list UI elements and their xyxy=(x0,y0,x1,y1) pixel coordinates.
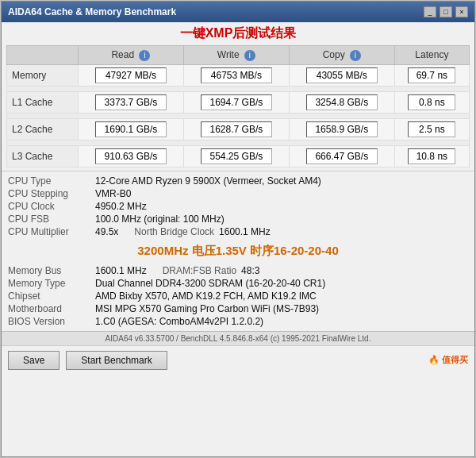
cell-memory-copy: 43055 MB/s xyxy=(289,64,394,86)
cpu-multiplier-value: 49.5x xyxy=(95,226,118,237)
cell-l1-copy: 3254.8 GB/s xyxy=(289,91,394,113)
bios-row: BIOS Version 1.C0 (AGESA: ComboAM4v2PI 1… xyxy=(8,315,468,328)
motherboard-label: Motherboard xyxy=(8,303,95,314)
cell-l1-read: 3373.7 GB/s xyxy=(79,91,184,113)
footer-watermark: 🔥 值得买 xyxy=(428,354,468,366)
minimize-button[interactable]: _ xyxy=(424,6,436,17)
cell-l2-copy: 1658.9 GB/s xyxy=(289,118,394,140)
row-label-l3: L3 Cache xyxy=(7,145,79,167)
copy-info-icon[interactable]: i xyxy=(350,50,361,61)
row-label-l2: L2 Cache xyxy=(7,118,79,140)
cell-l2-read: 1690.1 GB/s xyxy=(79,118,184,140)
dram-fsb-value: 48:3 xyxy=(241,265,468,276)
north-bridge-label: North Bridge Clock xyxy=(134,226,214,237)
memory-highlight-banner: 3200MHz 电压1.35V 时序16-20-20-40 xyxy=(2,241,474,261)
bios-value: 1.C0 (AGESA: ComboAM4v2PI 1.2.0.2) xyxy=(95,316,468,327)
cell-l2-write: 1628.7 GB/s xyxy=(183,118,289,140)
memory-bus-row: Memory Bus 1600.1 MHz DRAM:FSB Ratio 48:… xyxy=(8,264,468,277)
main-window: AIDA64 Cache & Memory Benchmark _ □ × 一键… xyxy=(1,1,475,457)
watermark-text: 🔥 值得买 xyxy=(428,354,468,366)
cpu-clock-row: CPU Clock 4950.2 MHz xyxy=(8,200,468,213)
col-header-empty xyxy=(7,46,79,65)
cpu-multiplier-label: CPU Multiplier xyxy=(8,226,95,237)
save-button[interactable]: Save xyxy=(8,351,60,370)
benchmark-table: Read i Write i Copy i Latency Mem xyxy=(6,45,470,167)
benchmark-section: Read i Write i Copy i Latency Mem xyxy=(2,45,474,167)
cpu-type-label: CPU Type xyxy=(8,175,95,187)
start-benchmark-button[interactable]: Start Benchmark xyxy=(66,351,167,370)
cpu-type-value: 12-Core AMD Ryzen 9 5900X (Vermeer, Sock… xyxy=(95,175,468,187)
memory-bus-label: Memory Bus xyxy=(8,265,95,276)
cpu-type-row: CPU Type 12-Core AMD Ryzen 9 5900X (Verm… xyxy=(8,175,468,187)
memory-info-section: Memory Bus 1600.1 MHz DRAM:FSB Ratio 48:… xyxy=(2,261,474,331)
cell-l3-latency: 10.8 ns xyxy=(394,145,469,167)
motherboard-value: MSI MPG X570 Gaming Pro Carbon WiFi (MS-… xyxy=(95,303,468,314)
cell-l1-latency: 0.8 ns xyxy=(394,91,469,113)
cpu-fsb-row: CPU FSB 100.0 MHz (original: 100 MHz) xyxy=(8,213,468,225)
memory-type-value: Dual Channel DDR4-3200 SDRAM (16-20-20-4… xyxy=(95,278,468,289)
cell-l3-copy: 666.47 GB/s xyxy=(289,145,394,167)
cell-l3-read: 910.63 GB/s xyxy=(79,145,184,167)
window-controls: _ □ × xyxy=(424,6,468,17)
cpu-clock-value: 4950.2 MHz xyxy=(95,201,468,212)
maximize-button[interactable]: □ xyxy=(440,6,452,17)
cpu-info-section: CPU Type 12-Core AMD Ryzen 9 5900X (Verm… xyxy=(2,171,474,241)
table-row: Memory 47927 MB/s 46753 MB/s 43055 MB/s … xyxy=(7,64,470,86)
window-title: AIDA64 Cache & Memory Benchmark xyxy=(8,6,176,17)
chipset-row: Chipset AMD Bixby X570, AMD K19.2 FCH, A… xyxy=(8,290,468,302)
chipset-label: Chipset xyxy=(8,291,95,302)
cell-l2-latency: 2.5 ns xyxy=(394,118,469,140)
motherboard-row: Motherboard MSI MPG X570 Gaming Pro Carb… xyxy=(8,302,468,315)
cpu-fsb-label: CPU FSB xyxy=(8,214,95,225)
row-label-l1: L1 Cache xyxy=(7,91,79,113)
col-header-write: Write i xyxy=(183,46,289,65)
footer-buttons: Save Start Benchmark xyxy=(8,351,167,370)
row-label-memory: Memory xyxy=(7,64,79,86)
bios-label: BIOS Version xyxy=(8,316,95,327)
table-row: L3 Cache 910.63 GB/s 554.25 GB/s 666.47 … xyxy=(7,145,470,167)
memory-type-row: Memory Type Dual Channel DDR4-3200 SDRAM… xyxy=(8,277,468,290)
read-info-icon[interactable]: i xyxy=(139,50,150,61)
close-button[interactable]: × xyxy=(455,6,468,17)
title-bar: AIDA64 Cache & Memory Benchmark _ □ × xyxy=(2,2,474,22)
cpu-stepping-row: CPU Stepping VMR-B0 xyxy=(8,187,468,200)
cpu-clock-label: CPU Clock xyxy=(8,201,95,212)
col-header-copy: Copy i xyxy=(289,46,394,65)
memory-type-label: Memory Type xyxy=(8,278,95,289)
col-header-latency: Latency xyxy=(394,46,469,65)
table-row: L1 Cache 3373.7 GB/s 1694.7 GB/s 3254.8 … xyxy=(7,91,470,113)
cpu-fsb-value: 100.0 MHz (original: 100 MHz) xyxy=(95,214,468,225)
north-bridge-value: 1600.1 MHz xyxy=(219,226,468,237)
chipset-value: AMD Bixby X570, AMD K19.2 FCH, AMD K19.2… xyxy=(95,291,468,302)
footer: Save Start Benchmark 🔥 值得买 xyxy=(2,345,474,375)
cpu-stepping-label: CPU Stepping xyxy=(8,188,95,199)
col-header-read: Read i xyxy=(79,46,184,65)
cell-memory-latency: 69.7 ns xyxy=(394,64,469,86)
table-row: L2 Cache 1690.1 GB/s 1628.7 GB/s 1658.9 … xyxy=(7,118,470,140)
write-info-icon[interactable]: i xyxy=(244,50,255,61)
cpu-stepping-value: VMR-B0 xyxy=(95,188,468,199)
cell-memory-write: 46753 MB/s xyxy=(183,64,289,86)
xmp-banner: 一键XMP后测试结果 xyxy=(2,22,474,45)
status-bar: AIDA64 v6.33.5700 / BenchDLL 4.5.846.8-x… xyxy=(2,331,474,345)
cell-memory-read: 47927 MB/s xyxy=(79,64,184,86)
dram-fsb-label: DRAM:FSB Ratio xyxy=(163,265,236,276)
cell-l3-write: 554.25 GB/s xyxy=(183,145,289,167)
cpu-multiplier-row: CPU Multiplier 49.5x North Bridge Clock … xyxy=(8,225,468,238)
memory-bus-value: 1600.1 MHz xyxy=(95,265,147,276)
cell-l1-write: 1694.7 GB/s xyxy=(183,91,289,113)
